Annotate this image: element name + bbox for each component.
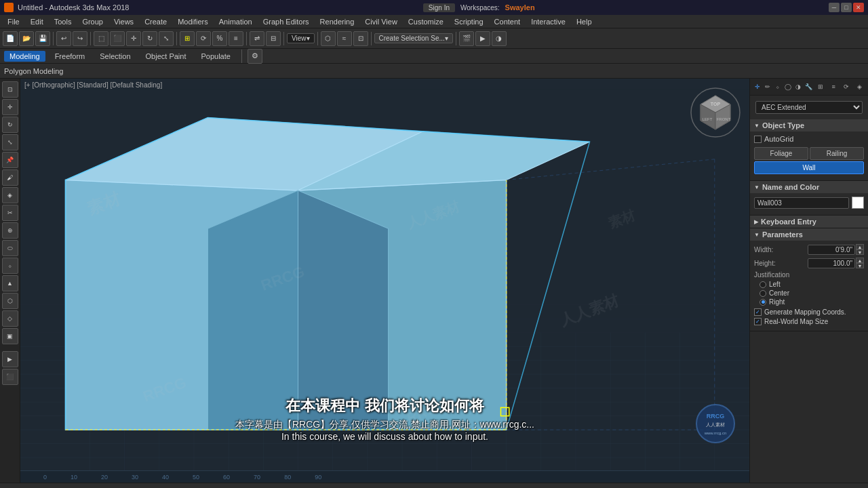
- tab-populate[interactable]: Populate: [195, 51, 235, 62]
- select-tool-btn[interactable]: ⊡: [2, 81, 18, 98]
- poly-tool-btn[interactable]: ◈: [2, 187, 18, 203]
- menu-scripting[interactable]: Scripting: [450, 16, 488, 27]
- modify-panel-btn[interactable]: ✏: [763, 81, 772, 93]
- paint-tool-btn[interactable]: 🖌: [2, 169, 18, 186]
- radio-center[interactable]: [760, 290, 766, 297]
- minimize-btn[interactable]: ─: [829, 3, 840, 12]
- material-tool-btn[interactable]: ⬛: [2, 369, 18, 385]
- utilities-panel-btn[interactable]: 🔧: [804, 81, 813, 93]
- rollout-object-type-header[interactable]: ▼ Object Type: [750, 119, 868, 131]
- schematic-btn[interactable]: ⊡: [353, 31, 368, 46]
- move-tool-btn[interactable]: ✛: [2, 99, 18, 115]
- menu-interactive[interactable]: Interactive: [526, 16, 570, 27]
- category-dropdown[interactable]: AEC Extended: [755, 101, 863, 114]
- new-btn[interactable]: 📄: [3, 31, 18, 46]
- move-btn[interactable]: ✛: [126, 31, 141, 46]
- cut-tool-btn[interactable]: ✂: [2, 205, 18, 221]
- curve-editor-btn[interactable]: ≈: [337, 31, 352, 46]
- scale-tool-btn[interactable]: ⤡: [2, 134, 18, 150]
- view-dropdown[interactable]: View ▾: [287, 33, 315, 43]
- select-region-btn[interactable]: ⬛: [110, 31, 125, 46]
- loop-tool-btn[interactable]: ⬭: [2, 240, 18, 256]
- tab-object-paint[interactable]: Object Paint: [140, 51, 192, 62]
- scale-btn[interactable]: ⤡: [159, 31, 174, 46]
- mirror-btn[interactable]: ⇌: [250, 31, 264, 46]
- tab-selection[interactable]: Selection: [94, 51, 136, 62]
- create-selection-dropdown[interactable]: Create Selection Se... ▾: [374, 33, 453, 43]
- rollout-parameters-header[interactable]: ▼ Parameters: [750, 228, 868, 241]
- redo-btn[interactable]: ↪: [73, 31, 87, 46]
- width-spin-down[interactable]: ▼: [856, 249, 864, 255]
- menu-customize[interactable]: Customize: [403, 16, 448, 27]
- menu-help[interactable]: Help: [572, 16, 597, 27]
- undo-btn[interactable]: ↩: [56, 31, 71, 46]
- foliage-btn[interactable]: Foliage: [754, 147, 808, 160]
- height-spin-up[interactable]: ▲: [856, 258, 864, 263]
- panel-toggle-1[interactable]: ⊞: [814, 81, 827, 93]
- menu-civil-view[interactable]: Civil View: [360, 16, 401, 27]
- tab-freeform[interactable]: Freeform: [50, 51, 91, 62]
- inset-tool-btn[interactable]: ▣: [2, 328, 18, 344]
- rotate-btn[interactable]: ↻: [142, 31, 157, 46]
- place-tool-btn[interactable]: 📌: [2, 152, 18, 168]
- rollout-name-and-color-header[interactable]: ▼ Name and Color: [750, 181, 868, 193]
- save-btn[interactable]: 💾: [35, 31, 50, 46]
- spinner-snap-btn[interactable]: ≡: [229, 31, 243, 46]
- render-setup-btn[interactable]: 🎬: [459, 31, 474, 46]
- railing-btn[interactable]: Railing: [810, 147, 864, 160]
- autogrid-checkbox[interactable]: [754, 136, 762, 143]
- select-btn[interactable]: ⬚: [94, 31, 108, 46]
- real-world-checkbox[interactable]: ✓: [754, 318, 762, 325]
- menu-modifiers[interactable]: Modifiers: [173, 16, 213, 27]
- object-name-input[interactable]: [754, 197, 849, 209]
- close-btn[interactable]: ✕: [853, 3, 864, 12]
- render-btn[interactable]: ▶: [475, 31, 490, 46]
- extrude-tool-btn[interactable]: ▲: [2, 275, 18, 291]
- hierarchy-panel-btn[interactable]: ⬦: [773, 81, 782, 93]
- tab-modeling[interactable]: Modeling: [4, 51, 45, 62]
- display-panel-btn[interactable]: ◑: [794, 81, 803, 93]
- open-btn[interactable]: 📂: [19, 31, 34, 46]
- bridge-tool-btn[interactable]: ⬦: [2, 258, 18, 274]
- menu-graph-editors[interactable]: Graph Editors: [258, 16, 314, 27]
- menu-create[interactable]: Create: [140, 16, 172, 27]
- width-input[interactable]: [808, 245, 855, 255]
- radio-left[interactable]: [760, 281, 766, 288]
- height-spin-down[interactable]: ▼: [856, 263, 864, 268]
- workspace-name[interactable]: Swaylen: [505, 3, 535, 12]
- viewport[interactable]: [+ [Orthographic] [Standard] [Default Sh…: [20, 79, 749, 483]
- menu-content[interactable]: Content: [490, 16, 526, 27]
- viewport-cube[interactable]: TOP LEFT FRONT: [688, 85, 743, 140]
- active-shade-btn[interactable]: ◑: [492, 31, 507, 46]
- panel-toggle-4[interactable]: ◈: [853, 81, 865, 93]
- create-panel-btn[interactable]: ✛: [753, 81, 762, 93]
- menu-file[interactable]: File: [3, 16, 24, 27]
- connect-tool-btn[interactable]: ⊕: [2, 222, 18, 239]
- settings-btn[interactable]: ⚙: [248, 49, 262, 64]
- menu-animation[interactable]: Animation: [214, 16, 257, 27]
- rotate-tool-btn[interactable]: ↻: [2, 117, 18, 133]
- snap-btn[interactable]: ⊞: [180, 31, 195, 46]
- width-spin-up[interactable]: ▲: [856, 244, 864, 249]
- radio-right[interactable]: [760, 299, 766, 306]
- menu-group[interactable]: Group: [77, 16, 108, 27]
- angle-snap-btn[interactable]: ⟳: [196, 31, 211, 46]
- color-swatch[interactable]: [852, 197, 864, 209]
- autosmooth-tool-btn[interactable]: ▶: [2, 351, 18, 367]
- panel-toggle-3[interactable]: ⟳: [840, 81, 852, 93]
- menu-edit[interactable]: Edit: [26, 16, 48, 27]
- wall-btn[interactable]: Wall: [754, 161, 864, 174]
- align-btn[interactable]: ⊟: [266, 31, 281, 46]
- maximize-btn[interactable]: □: [841, 3, 852, 12]
- chamfer-tool-btn[interactable]: ◇: [2, 310, 18, 327]
- percent-snap-btn[interactable]: %: [212, 31, 227, 46]
- height-input[interactable]: [808, 258, 855, 268]
- rollout-keyboard-entry-header[interactable]: ▶ Keyboard Entry: [750, 216, 868, 228]
- menu-views[interactable]: Views: [109, 16, 138, 27]
- panel-toggle-2[interactable]: ≡: [827, 81, 840, 93]
- layer-btn[interactable]: ⬡: [321, 31, 336, 46]
- motion-panel-btn[interactable]: ◯: [784, 81, 793, 93]
- sign-in-btn[interactable]: Sign In: [423, 3, 455, 12]
- gen-mapping-checkbox[interactable]: ✓: [754, 308, 762, 316]
- menu-tools[interactable]: Tools: [50, 16, 77, 27]
